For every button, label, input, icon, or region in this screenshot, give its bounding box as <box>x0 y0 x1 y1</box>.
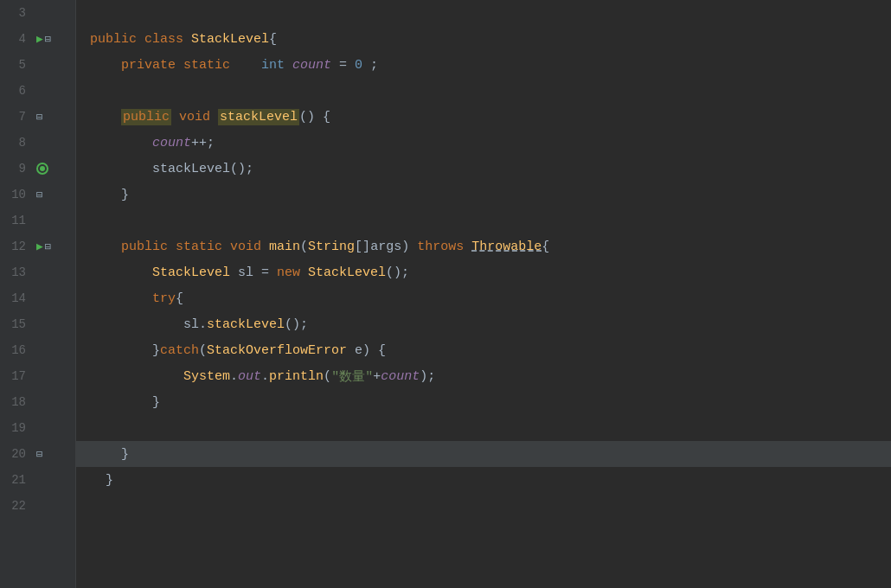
gutter-icons-4[interactable]: ▶ ⊟ <box>33 32 76 46</box>
punct-closebrace-16: } <box>152 343 160 358</box>
gutter-row-11: 11 <box>0 208 75 233</box>
punct-closebrace-21: } <box>106 473 113 488</box>
type-stackoverflowerror-16: StackOverflowError <box>207 343 355 358</box>
indent-10 <box>90 188 121 202</box>
type-string-12: String <box>308 240 355 254</box>
gutter-row-8: 8 <box>0 130 75 156</box>
keyword-int-5: int <box>246 58 292 73</box>
gutter-icons-7[interactable]: ⊟ <box>33 111 76 124</box>
line-num-20: 20 <box>0 447 33 461</box>
editor-container: 3 4 ▶ ⊟ 5 6 7 ⊟ 8 <box>0 0 891 588</box>
line-num-11: 11 <box>0 214 33 227</box>
fold-icon-7[interactable]: ⊟ <box>36 111 42 124</box>
call-stacklevel-9: stackLevel <box>152 162 230 176</box>
punct-dot2-17: . <box>261 369 269 384</box>
code-line-7: public void stackLevel() { <box>76 104 891 130</box>
code-line-15: sl.stackLevel(); <box>76 311 891 337</box>
indent-16 <box>90 343 152 358</box>
code-line-21: } <box>76 467 891 493</box>
punct-brace-14: { <box>176 291 183 306</box>
highlighted-public-7: public <box>121 109 171 125</box>
classname-stacklevel: StackLevel <box>191 32 269 47</box>
keyword-static-12: static <box>176 240 230 254</box>
fold-icon-4[interactable]: ⊟ <box>45 33 51 46</box>
gutter-icons-9[interactable] <box>33 163 76 175</box>
indent-12 <box>90 240 121 254</box>
indent-13 <box>90 265 152 280</box>
code-line-20: } <box>76 441 891 467</box>
gutter-icons-10[interactable]: ⊟ <box>33 189 76 201</box>
keyword-public-12: public <box>121 240 176 254</box>
line-num-15: 15 <box>0 317 33 331</box>
line-num-3: 3 <box>0 6 33 20</box>
code-line-6 <box>76 78 891 104</box>
code-line-5: private static int count = 0 ; <box>76 52 891 78</box>
gutter-icons-12[interactable]: ▶ ⊟ <box>33 240 76 253</box>
indent-18 <box>90 395 152 410</box>
gutter-row-10: 10 ⊟ <box>0 182 75 208</box>
punct-call-15: (); <box>285 317 308 332</box>
highlighted-method-7: stackLevel <box>218 109 299 125</box>
var-sl-15: sl <box>183 317 199 332</box>
keyword-public-4: public <box>90 32 144 47</box>
run-icon-4[interactable]: ▶ <box>36 32 43 46</box>
keyword-new-13: new <box>277 265 308 280</box>
punct-paren-close-16: ) { <box>362 343 386 358</box>
punct-call-9: (); <box>230 162 253 176</box>
keyword-class-4: class <box>144 32 191 47</box>
gutter-row-5: 5 <box>0 52 75 78</box>
var-out-17: out <box>238 369 261 384</box>
indent-14 <box>90 291 152 306</box>
type-system-17: System <box>183 369 230 384</box>
line-num-19: 19 <box>0 421 33 435</box>
code-line-13: StackLevel sl = new StackLevel(); <box>76 259 891 285</box>
keyword-throws-12: throws <box>417 240 471 254</box>
line-num-10: 10 <box>0 188 33 201</box>
method-stacklevel-15: stackLevel <box>207 317 285 332</box>
gutter-row-7: 7 ⊟ <box>0 104 75 130</box>
param-e-16: e <box>355 343 362 358</box>
run-icon-12[interactable]: ▶ <box>36 240 43 253</box>
var-count-5: count <box>292 58 331 73</box>
var-count-8: count <box>152 136 191 150</box>
code-line-10: } <box>76 182 891 208</box>
keyword-void-7: void <box>171 110 218 125</box>
line-num-9: 9 <box>0 162 33 176</box>
keyword-void-12: void <box>230 240 269 254</box>
line-num-18: 18 <box>0 395 33 409</box>
line-num-17: 17 <box>0 369 33 383</box>
fold-close-icon-10[interactable]: ⊟ <box>36 189 42 201</box>
code-line-19 <box>76 415 891 441</box>
breakpoint-icon-9[interactable] <box>36 163 48 175</box>
punct-closebrace-20: } <box>121 447 129 462</box>
punct-dot1-17: . <box>230 369 238 384</box>
gutter-icons-20[interactable]: ⊟ <box>33 448 76 461</box>
gutter-row-3: 3 <box>0 0 75 26</box>
line-gutter: 3 4 ▶ ⊟ 5 6 7 ⊟ 8 <box>0 0 76 588</box>
fold-close-icon-20[interactable]: ⊟ <box>36 448 42 461</box>
line-num-22: 22 <box>0 499 33 513</box>
code-area[interactable]: public class StackLevel{ private static … <box>76 0 891 588</box>
line-num-13: 13 <box>0 265 33 279</box>
gutter-row-17: 17 <box>0 363 75 389</box>
gutter-row-4: 4 ▶ ⊟ <box>0 26 75 52</box>
line-num-16: 16 <box>0 343 33 357</box>
gutter-row-22: 22 <box>0 493 75 519</box>
indent-9 <box>90 162 152 176</box>
punct-paren-open-12: ( <box>300 240 308 254</box>
code-line-22 <box>76 493 891 519</box>
gutter-row-18: 18 <box>0 389 75 415</box>
punct-paren-close-17: ); <box>420 369 435 384</box>
code-line-14: try{ <box>76 285 891 311</box>
punct-closebrace-10: } <box>121 188 129 202</box>
line-num-6: 6 <box>0 84 33 98</box>
indent-20 <box>90 447 121 462</box>
fold-icon-12[interactable]: ⊟ <box>45 240 51 253</box>
code-line-9: stackLevel(); <box>76 156 891 182</box>
gutter-row-6: 6 <box>0 78 75 104</box>
type-stacklevel2-13: StackLevel <box>308 265 386 280</box>
punct-plus-17: + <box>373 369 381 384</box>
gutter-row-13: 13 <box>0 259 75 285</box>
punct-paren-7: () { <box>299 110 330 125</box>
indent-17 <box>90 369 183 384</box>
